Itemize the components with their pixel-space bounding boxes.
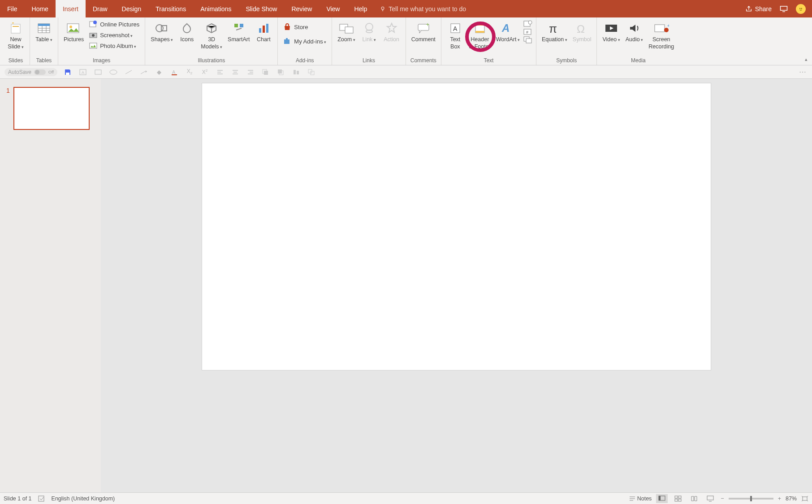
tell-me-search[interactable]: Tell me what you want to do	[374, 0, 471, 17]
slide-thumbnails-panel[interactable]: 1	[0, 79, 101, 492]
zoom-slider[interactable]	[729, 498, 773, 500]
zoom-slider-thumb[interactable]	[750, 496, 752, 501]
svg-point-52	[110, 70, 117, 74]
date-time-button[interactable]	[523, 20, 532, 27]
tab-help[interactable]: Help	[347, 0, 374, 17]
autosave-toggle[interactable]: AutoSave Off	[4, 68, 57, 76]
table-button[interactable]: Table	[34, 19, 54, 44]
tab-transitions[interactable]: Transitions	[148, 0, 193, 17]
svg-rect-70	[675, 499, 678, 501]
qat-textbox-icon[interactable]: A	[78, 67, 88, 77]
emoji-feedback-icon[interactable]	[796, 4, 806, 14]
tab-file[interactable]: File	[0, 0, 25, 17]
group-comments-label: Comments	[410, 57, 437, 65]
text-box-button[interactable]: A Text Box	[445, 19, 466, 51]
tab-draw[interactable]: Draw	[86, 0, 115, 17]
new-slide-button[interactable]: New Slide	[5, 19, 26, 51]
tab-view[interactable]: View	[319, 0, 347, 17]
qat-fill-icon[interactable]	[154, 67, 164, 77]
qat-ellipse-icon[interactable]	[108, 67, 118, 77]
collapse-ribbon-button[interactable]: ▴	[805, 56, 808, 62]
share-button[interactable]: Share	[745, 5, 772, 13]
qat-font-color-icon[interactable]: A	[169, 67, 179, 77]
zoom-in-button[interactable]: +	[778, 495, 781, 502]
shapes-button[interactable]: Shapes	[149, 19, 175, 44]
qat-group-icon[interactable]	[307, 67, 316, 77]
action-label: Action	[384, 36, 399, 43]
group-images-label: Images	[62, 57, 141, 65]
store-button[interactable]: Store	[281, 22, 328, 32]
qat-arrow-icon[interactable]	[139, 67, 149, 77]
svg-text:+: +	[667, 23, 669, 28]
slideshow-view-button[interactable]	[704, 494, 716, 503]
tab-slideshow[interactable]: Slide Show	[238, 0, 284, 17]
spell-check-icon[interactable]	[38, 495, 45, 502]
tab-home[interactable]: Home	[25, 0, 56, 17]
screenshot-button[interactable]: Screenshot	[87, 30, 141, 40]
tab-animations[interactable]: Animations	[193, 0, 238, 17]
header-footer-button[interactable]: Header & Footer	[467, 19, 492, 51]
photo-album-button[interactable]: Photo Album	[87, 41, 141, 51]
my-addins-button[interactable]: My Add-ins	[281, 36, 328, 46]
3d-models-button[interactable]: 3D Models	[199, 19, 224, 51]
svg-rect-17	[234, 24, 238, 27]
thumbnail-1[interactable]: 1	[6, 87, 95, 130]
group-comments: + Comment Comments	[406, 17, 441, 65]
comment-button[interactable]: + Comment	[410, 19, 437, 44]
equation-button[interactable]: π Equation	[540, 19, 569, 44]
zoom-level[interactable]: 87%	[786, 495, 797, 502]
screen-recording-button[interactable]: + Screen Recording	[647, 19, 676, 51]
header-footer-label: Header & Footer	[469, 36, 491, 50]
svg-rect-1	[781, 6, 787, 10]
qat-align-right-icon[interactable]	[246, 67, 255, 77]
svg-rect-59	[278, 69, 282, 73]
qat-more-icon[interactable]: ⋯	[798, 67, 808, 77]
reading-view-button[interactable]	[688, 494, 700, 503]
action-icon	[386, 20, 397, 36]
qat-align-left-icon[interactable]	[215, 67, 225, 77]
qat-align-center-icon[interactable]	[230, 67, 240, 77]
qat-align-objects-icon[interactable]	[291, 67, 301, 77]
new-slide-label: New Slide	[8, 36, 23, 50]
icons-button[interactable]: Icons	[177, 19, 197, 44]
qat-send-backward-icon[interactable]	[276, 67, 286, 77]
tab-insert[interactable]: Insert	[56, 0, 86, 17]
qat-bring-forward-icon[interactable]	[261, 67, 271, 77]
slide-sorter-view-button[interactable]	[672, 494, 684, 503]
normal-view-button[interactable]	[656, 494, 668, 503]
3d-models-icon	[205, 20, 218, 36]
audio-button[interactable]: Audio	[624, 19, 645, 44]
titlebar: File Home Insert Draw Design Transitions…	[0, 0, 812, 17]
comment-icon: +	[417, 20, 430, 36]
notes-button[interactable]: Notes	[629, 495, 652, 502]
slide-canvas-area[interactable]	[101, 79, 812, 492]
qat-superscript-icon[interactable]: X2	[200, 67, 210, 77]
slide-number-button[interactable]: #	[523, 28, 532, 35]
object-button[interactable]	[523, 36, 532, 43]
save-icon[interactable]	[63, 67, 73, 77]
svg-rect-7	[38, 24, 50, 26]
qat-rect-icon[interactable]	[93, 67, 103, 77]
fit-to-window-button[interactable]	[801, 495, 808, 502]
language-button[interactable]: English (United Kingdom)	[52, 495, 115, 502]
svg-rect-45	[655, 25, 665, 32]
chart-button[interactable]: Chart	[253, 19, 274, 44]
svg-point-3	[801, 8, 802, 9]
smartart-button[interactable]: SmartArt	[226, 19, 251, 44]
tab-design[interactable]: Design	[115, 0, 149, 17]
zoom-out-button[interactable]: −	[721, 495, 724, 502]
slide-counter[interactable]: Slide 1 of 1	[4, 495, 32, 502]
slide[interactable]	[202, 83, 711, 370]
chart-label: Chart	[257, 36, 271, 43]
qat-line-icon[interactable]	[124, 67, 134, 77]
online-pictures-button[interactable]: Online Pictures	[87, 19, 141, 29]
svg-point-37	[528, 21, 532, 24]
wordart-button[interactable]: A WordArt	[494, 19, 522, 44]
qat-subscript-icon[interactable]: X2	[185, 67, 194, 77]
pictures-button[interactable]: Pictures	[62, 19, 86, 44]
present-icon[interactable]	[780, 5, 788, 13]
zoom-button[interactable]: Zoom	[336, 19, 357, 44]
svg-rect-33	[475, 24, 484, 26]
tab-review[interactable]: Review	[284, 0, 319, 17]
video-button[interactable]: Video	[600, 19, 622, 44]
